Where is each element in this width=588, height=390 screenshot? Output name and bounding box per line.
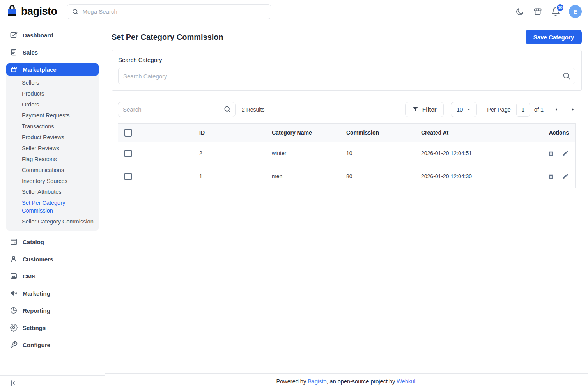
user-avatar[interactable]: E — [569, 5, 582, 18]
sidebar-subitem-payment-requests[interactable]: Payment Requests — [6, 110, 99, 121]
table-row: 1 men 80 2026-01-20 12:04:30 — [118, 165, 575, 188]
sidebar-subitem-orders[interactable]: Orders — [6, 99, 99, 110]
sidebar-item-dashboard[interactable]: Dashboard — [6, 29, 99, 41]
sidebar-item-label: Catalog — [23, 239, 44, 245]
search-icon — [72, 8, 79, 15]
results-count: 2 Results — [242, 106, 264, 113]
sidebar-subitem-product-reviews[interactable]: Product Reviews — [6, 132, 99, 143]
column-header-commission: Commission — [346, 129, 421, 136]
sidebar-item-label: Sales — [23, 49, 38, 56]
sidebar-item-marketplace[interactable]: Marketplace — [6, 63, 99, 76]
sidebar-item-label: CMS — [23, 273, 35, 280]
filter-funnel-icon — [412, 106, 419, 113]
page-total-label: of 1 — [534, 106, 544, 113]
select-all-checkbox[interactable] — [124, 129, 132, 136]
delete-trash-icon[interactable] — [547, 173, 554, 180]
sidebar-item-customers[interactable]: Customers — [6, 253, 99, 265]
sidebar-subitem-inventory-sources[interactable]: Inventory Sources — [6, 176, 99, 186]
sidebar-subitem-sellers[interactable]: Sellers — [6, 77, 99, 88]
per-page-label: Per Page — [487, 106, 510, 113]
edit-pencil-icon[interactable] — [562, 173, 569, 180]
bagisto-link[interactable]: Bagisto — [308, 378, 326, 385]
sidebar-footer — [0, 375, 105, 390]
row-select-checkbox[interactable] — [124, 150, 132, 157]
cell-category-name: winter — [272, 150, 346, 156]
sidebar-item-label: Settings — [23, 324, 46, 331]
cell-category-name: men — [272, 173, 346, 179]
marketplace-submenu: Sellers Products Orders Payment Requests… — [6, 69, 99, 231]
brand-name: bagisto — [21, 5, 57, 18]
page-footer: Powered by Bagisto, an open-source proje… — [105, 373, 588, 390]
brand-logo[interactable]: bagisto — [6, 5, 57, 19]
sidebar-subitem-products[interactable]: Products — [6, 88, 99, 99]
cell-id: 2 — [199, 150, 272, 156]
cms-icon — [10, 272, 18, 280]
sidebar-subitem-communications[interactable]: Communications — [6, 165, 99, 176]
next-page-arrow-icon[interactable] — [570, 107, 576, 112]
footer-text: Powered by — [276, 378, 308, 385]
per-page-select[interactable]: 10 — [451, 102, 477, 117]
notifications-bell-icon[interactable]: 10 — [551, 7, 560, 16]
previous-page-arrow-icon[interactable] — [554, 107, 559, 112]
column-header-category-name: Category Name — [272, 129, 346, 136]
sales-icon — [10, 48, 18, 56]
dark-mode-toggle[interactable] — [515, 7, 524, 16]
cell-commission: 80 — [346, 173, 421, 179]
sidebar-item-settings[interactable]: Settings — [6, 321, 99, 334]
dashboard-icon — [10, 31, 18, 39]
topbar-actions: 10 E — [515, 5, 582, 18]
reporting-pie-icon — [10, 307, 18, 314]
cell-created-at: 2026-01-20 12:04:30 — [421, 173, 531, 179]
row-select-checkbox[interactable] — [124, 173, 132, 180]
sidebar-item-label: Reporting — [23, 307, 50, 314]
column-header-created-at: Created At — [421, 129, 531, 136]
table-header-row: ID Category Name Commission Created At A… — [118, 124, 575, 142]
save-category-button[interactable]: Save Category — [526, 30, 582, 44]
search-category-input[interactable] — [118, 68, 575, 84]
mega-search-input[interactable] — [83, 8, 266, 15]
column-header-id: ID — [199, 129, 272, 136]
datagrid: 2 Results Filter 10 — [118, 102, 576, 188]
store-icon[interactable] — [533, 7, 542, 16]
sidebar-subitem-seller-attributes[interactable]: Seller Attributes — [6, 186, 99, 197]
main-content: Set Per Category Commission Save Categor… — [105, 23, 588, 390]
sidebar-item-marketing[interactable]: Marketing — [6, 287, 99, 300]
topbar: bagisto 10 — [0, 0, 588, 23]
sidebar-subitem-transactions[interactable]: Transactions — [6, 121, 99, 132]
commission-table: ID Category Name Commission Created At A… — [118, 123, 576, 188]
marketing-megaphone-icon — [10, 289, 18, 297]
sidebar-subitem-set-per-category-commission[interactable]: Set Per Category Commission — [6, 197, 99, 216]
search-category-label: Search Category — [118, 57, 575, 63]
webkul-link[interactable]: Webkul — [397, 378, 415, 385]
notification-count-badge: 10 — [556, 4, 564, 12]
sidebar-item-cms[interactable]: CMS — [6, 270, 99, 282]
edit-pencil-icon[interactable] — [562, 150, 569, 157]
sidebar-item-configure[interactable]: Configure — [6, 339, 99, 351]
search-icon[interactable] — [223, 105, 231, 113]
column-header-actions: Actions — [531, 129, 569, 136]
sidebar-item-catalog[interactable]: Catalog — [6, 236, 99, 248]
cell-created-at: 2026-01-20 12:04:51 — [421, 150, 531, 156]
settings-gear-icon — [10, 324, 18, 332]
sidebar-item-sales[interactable]: Sales — [6, 46, 99, 58]
configure-wrench-icon — [10, 341, 18, 349]
cell-id: 1 — [199, 173, 272, 179]
sidebar-item-label: Marketplace — [23, 66, 57, 73]
footer-text: . — [415, 378, 417, 385]
shopping-bag-logo-icon — [6, 5, 18, 19]
footer-text: , an open-source project by — [327, 378, 397, 385]
search-icon[interactable] — [562, 72, 570, 80]
sidebar-subitem-flag-reasons[interactable]: Flag Reasons — [6, 154, 99, 165]
filter-button[interactable]: Filter — [405, 102, 444, 117]
per-page-value: 10 — [457, 106, 463, 113]
table-row: 2 winter 10 2026-01-20 12:04:51 — [118, 142, 575, 165]
sidebar-subitem-seller-category-commission[interactable]: Seller Category Commission — [6, 216, 99, 227]
datagrid-search-input[interactable] — [118, 102, 236, 117]
collapse-sidebar-icon[interactable] — [9, 379, 18, 387]
sidebar-item-reporting[interactable]: Reporting — [6, 304, 99, 317]
delete-trash-icon[interactable] — [547, 150, 554, 157]
sidebar-subitem-seller-reviews[interactable]: Seller Reviews — [6, 143, 99, 154]
chevron-down-icon — [466, 107, 471, 112]
page-number-input[interactable] — [516, 103, 530, 117]
sidebar-item-label: Configure — [23, 342, 50, 348]
